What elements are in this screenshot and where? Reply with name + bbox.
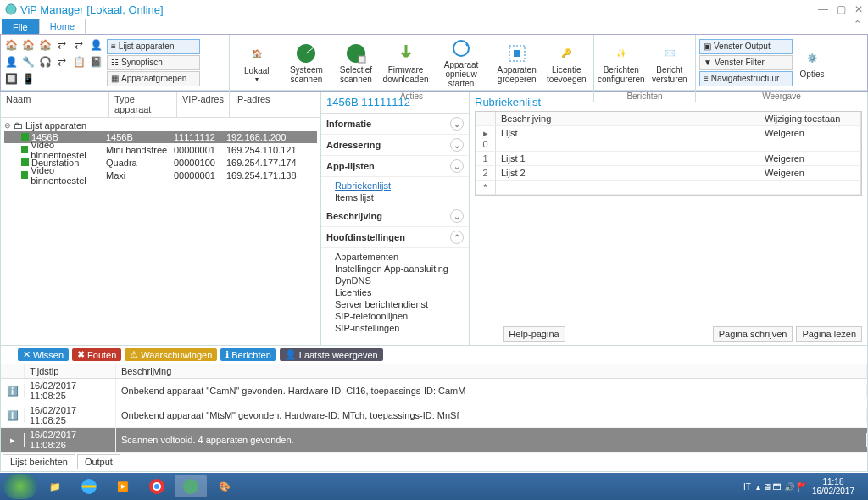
write-page-button[interactable]: Pagina schrijven xyxy=(713,326,793,342)
device-icon[interactable]: 🔧 xyxy=(21,55,35,69)
chevron-down-icon: ⌄ xyxy=(450,159,464,173)
device-icon[interactable]: 🎧 xyxy=(38,55,52,69)
tab-home[interactable]: Home xyxy=(39,19,86,34)
rubriek-row[interactable]: * xyxy=(476,181,861,195)
device-icon[interactable]: 🏠 xyxy=(38,38,52,52)
settings-item[interactable]: Appartementen xyxy=(326,251,464,263)
language-indicator[interactable]: IT xyxy=(743,482,751,492)
options-button[interactable]: ⚙️Opties xyxy=(795,46,829,79)
log-tab-errors[interactable]: ✖Fouten xyxy=(72,348,121,361)
collapse-icon[interactable]: ⊖ xyxy=(4,121,11,130)
log-col-time[interactable]: Tijdstip xyxy=(25,364,116,378)
window-icon: ▣ xyxy=(704,42,711,51)
help-page-button[interactable]: Help-pagina xyxy=(503,326,565,342)
section-description[interactable]: Beschrijving⌄ xyxy=(321,206,469,227)
tree-icon: ≡ xyxy=(704,74,709,83)
taskbar-explorer[interactable]: 📁 xyxy=(39,475,71,497)
device-icon[interactable]: 🔲 xyxy=(4,72,18,86)
col-ip[interactable]: IP-adres xyxy=(230,92,320,117)
log-row[interactable]: ▸16/02/2017 11:08:26Scannen voltooid. 4 … xyxy=(1,428,867,453)
settings-item[interactable]: SIP-telefoonlijnen xyxy=(326,310,464,322)
ribbon: 🏠 🏠 🏠 ⇄ ⇄ 👤 👤 🔧 🎧 ⇄ 📋 📓 🔲 📱 xyxy=(0,34,868,92)
device-icon[interactable]: ⇄ xyxy=(55,55,69,69)
start-button[interactable] xyxy=(3,474,37,499)
device-icon[interactable]: 📓 xyxy=(89,55,103,69)
section-information[interactable]: Informatie⌄ xyxy=(321,114,469,135)
link-items-lijst[interactable]: Items lijst xyxy=(326,192,464,203)
settings-item[interactable]: DynDNS xyxy=(326,275,464,286)
device-icon[interactable]: 👤 xyxy=(4,55,18,69)
status-icon xyxy=(21,146,28,153)
rubriek-row[interactable]: 2Lijst 2Weigeren xyxy=(476,166,861,181)
svg-point-0 xyxy=(6,4,16,14)
system-clock[interactable]: 11:18 16/02/2017 xyxy=(812,477,854,496)
add-license-button[interactable]: 🔑Licentie toevoegen xyxy=(542,42,590,84)
nav-structure-toggle[interactable]: ≡Navigatiestructuur xyxy=(699,71,793,86)
rubriek-row[interactable]: 1Lijst 1Weigeren xyxy=(476,152,861,166)
settings-item[interactable]: Licenties xyxy=(326,286,464,298)
filter-window-toggle[interactable]: ▼Venster Filter xyxy=(699,55,793,70)
tree-root[interactable]: ⊖ 🗀 Lijst apparaten xyxy=(4,120,317,131)
device-icon[interactable]: 🏠 xyxy=(21,38,35,52)
synoptic-button[interactable]: ☷Synoptisch xyxy=(107,55,200,70)
device-icon[interactable]: 🏠 xyxy=(4,38,18,52)
rubriek-row[interactable]: ▸ 0LijstWeigeren xyxy=(476,126,861,152)
system-scan-button[interactable]: Systeem scannen xyxy=(283,42,331,84)
taskbar-media[interactable]: ▶️ xyxy=(107,475,139,497)
settings-item[interactable]: Instellingen App-aansluiting xyxy=(326,263,464,275)
col-beschrijving[interactable]: Beschrijving xyxy=(496,112,760,126)
tree-row[interactable]: Video binnentoestelMini handsfree0000000… xyxy=(4,143,317,156)
col-vip[interactable]: VIP-adres xyxy=(177,92,230,117)
send-message-button[interactable]: ✉️Bericht versturen xyxy=(648,42,692,84)
device-icon[interactable]: 📋 xyxy=(72,55,86,69)
log-tab-warnings[interactable]: ⚠Waarschuwingen xyxy=(125,348,217,361)
list-devices-button[interactable]: ≡Lijst apparaten xyxy=(107,39,200,54)
log-row[interactable]: ℹ️16/02/2017 11:08:25Onbekend apparaat "… xyxy=(1,379,867,403)
settings-item[interactable]: SIP-instellingen xyxy=(326,322,464,334)
close-button[interactable]: ✕ xyxy=(854,3,863,15)
device-icon[interactable]: 📱 xyxy=(21,72,35,86)
device-groups-button[interactable]: ▦Apparaatgroepen xyxy=(107,71,200,86)
link-rubriekenlijst[interactable]: Rubriekenlijst xyxy=(326,180,464,192)
local-button[interactable]: 🏠Lokaal▾ xyxy=(233,42,281,83)
error-icon: ✖ xyxy=(77,349,85,360)
maximize-button[interactable]: ▢ xyxy=(837,3,846,15)
col-name[interactable]: Naam xyxy=(1,92,109,117)
taskbar-paint[interactable]: 🎨 xyxy=(209,475,241,497)
settings-item[interactable]: Server berichtendienst xyxy=(326,298,464,310)
col-type[interactable]: Type apparaat xyxy=(109,92,177,117)
section-main-settings[interactable]: Hoofdinstellingen⌃ xyxy=(321,227,469,248)
log-tab-messages[interactable]: ℹBerichten xyxy=(220,348,275,361)
restart-device-button[interactable]: Apparaat opnieuw starten xyxy=(431,36,490,88)
device-icon[interactable]: ⇄ xyxy=(55,38,69,52)
footer-tab-output[interactable]: Output xyxy=(77,454,120,469)
firmware-download-button[interactable]: Firmware downloaden xyxy=(382,42,430,84)
tray-icons[interactable]: ▴ 🖥 🗔 🔊 🚩 xyxy=(756,482,807,492)
folder-icon: 🗀 xyxy=(14,120,23,131)
section-app-lists[interactable]: App-lijsten⌄ xyxy=(321,156,469,177)
section-addressing[interactable]: Adressering⌄ xyxy=(321,135,469,156)
log-tab-latest[interactable]: 👤Laatste weergeven xyxy=(280,348,383,361)
tab-file[interactable]: File xyxy=(2,19,39,34)
taskbar-ie[interactable] xyxy=(73,475,105,497)
footer-tab-list-messages[interactable]: Lijst berichten xyxy=(3,454,75,469)
log-row[interactable]: ℹ️16/02/2017 11:08:25Onbekend apparaat "… xyxy=(1,403,867,428)
output-window-toggle[interactable]: ▣Venster Output xyxy=(699,39,793,54)
group-select-icon xyxy=(504,42,530,65)
tree-row[interactable]: Video binnentoestelMaxi00000001169.254.1… xyxy=(4,169,317,181)
device-icon[interactable]: ⇄ xyxy=(72,38,86,52)
read-page-button[interactable]: Pagina lezen xyxy=(796,326,862,342)
col-wijziging[interactable]: Wijziging toestaan xyxy=(760,112,861,126)
taskbar-chrome[interactable] xyxy=(141,475,173,497)
log-tab-clear[interactable]: ✕Wissen xyxy=(18,348,69,361)
configure-messages-button[interactable]: ✨Berichten configureren xyxy=(598,42,645,84)
selective-scan-button[interactable]: Selectief scannen xyxy=(332,42,380,84)
minimize-button[interactable]: — xyxy=(818,3,828,15)
ribbon-collapse-icon[interactable]: ⌃ xyxy=(854,19,861,30)
show-desktop-button[interactable] xyxy=(860,475,865,497)
taskbar-vipmanager[interactable] xyxy=(175,475,207,497)
device-tree-panel: Naam Type apparaat VIP-adres IP-adres ⊖ … xyxy=(1,92,321,345)
group-devices-button[interactable]: Apparaten groeperen xyxy=(493,42,541,84)
log-col-desc[interactable]: Beschrijving xyxy=(116,364,867,378)
device-icon[interactable]: 👤 xyxy=(89,38,103,52)
